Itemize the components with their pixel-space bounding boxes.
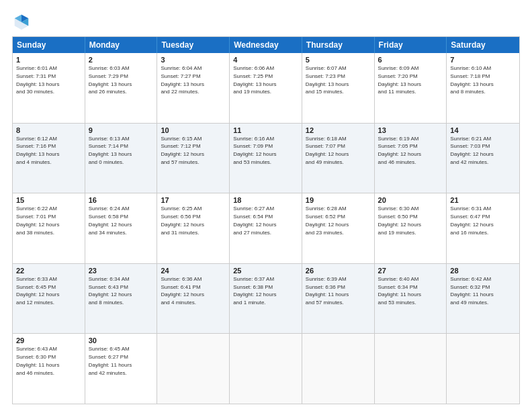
day-number: 26 [306,267,371,275]
day-number: 24 [161,267,226,275]
calendar: SundayMondayTuesdayWednesdayThursdayFrid… [12,36,520,404]
day-number: 15 [16,196,81,204]
cal-cell-empty [302,334,375,404]
cal-row-5: 29Sunrise: 6:43 AMSunset: 6:30 PMDayligh… [13,333,519,404]
day-number: 22 [16,267,81,275]
cal-row-4: 22Sunrise: 6:33 AMSunset: 6:45 PMDayligh… [13,263,519,334]
day-number: 1 [16,56,81,64]
cal-cell-day-2: 2Sunrise: 6:03 AMSunset: 7:29 PMDaylight… [85,53,158,123]
cal-cell-day-14: 14Sunrise: 6:21 AMSunset: 7:03 PMDayligh… [447,124,519,193]
cell-info: Sunrise: 6:07 AMSunset: 7:23 PMDaylight:… [306,65,349,95]
day-number: 3 [161,56,226,64]
cal-cell-day-23: 23Sunrise: 6:34 AMSunset: 6:43 PMDayligh… [85,264,158,334]
cal-cell-day-9: 9Sunrise: 6:13 AMSunset: 7:14 PMDaylight… [85,124,158,193]
cell-info: Sunrise: 6:34 AMSunset: 6:43 PMDaylight:… [89,276,132,306]
cal-cell-day-18: 18Sunrise: 6:27 AMSunset: 6:54 PMDayligh… [230,193,302,263]
day-number: 5 [306,56,371,64]
day-header-tuesday: Tuesday [157,37,230,53]
cal-row-2: 8Sunrise: 6:12 AMSunset: 7:16 PMDaylight… [13,123,519,193]
cell-info: Sunrise: 6:15 AMSunset: 7:12 PMDaylight:… [161,136,204,165]
cal-cell-day-5: 5Sunrise: 6:07 AMSunset: 7:23 PMDaylight… [302,53,375,123]
cell-info: Sunrise: 6:03 AMSunset: 7:29 PMDaylight:… [89,65,132,95]
cal-cell-day-27: 27Sunrise: 6:40 AMSunset: 6:34 PMDayligh… [375,264,447,334]
cal-cell-day-13: 13Sunrise: 6:19 AMSunset: 7:05 PMDayligh… [375,124,447,193]
cell-info: Sunrise: 6:16 AMSunset: 7:09 PMDaylight:… [233,136,276,165]
day-number: 13 [378,126,443,134]
cal-cell-empty [375,334,447,404]
cal-cell-day-11: 11Sunrise: 6:16 AMSunset: 7:09 PMDayligh… [230,124,302,193]
cell-info: Sunrise: 6:27 AMSunset: 6:54 PMDaylight:… [233,205,276,235]
cal-cell-day-25: 25Sunrise: 6:37 AMSunset: 6:38 PMDayligh… [230,264,302,334]
cell-info: Sunrise: 6:09 AMSunset: 7:20 PMDaylight:… [378,65,421,95]
cal-cell-day-19: 19Sunrise: 6:28 AMSunset: 6:52 PMDayligh… [302,193,375,263]
cell-info: Sunrise: 6:10 AMSunset: 7:18 PMDaylight:… [450,65,493,95]
day-number: 16 [89,196,154,204]
cal-cell-day-16: 16Sunrise: 6:24 AMSunset: 6:58 PMDayligh… [85,193,158,263]
cal-cell-empty [157,334,230,404]
logo-icon [12,12,31,31]
cell-info: Sunrise: 6:04 AMSunset: 7:27 PMDaylight:… [161,65,204,95]
cal-cell-day-12: 12Sunrise: 6:18 AMSunset: 7:07 PMDayligh… [302,124,375,193]
cal-cell-day-1: 1Sunrise: 6:01 AMSunset: 7:31 PMDaylight… [13,53,85,123]
cal-row-1: 1Sunrise: 6:01 AMSunset: 7:31 PMDaylight… [13,53,519,123]
day-number: 25 [233,267,298,275]
cell-info: Sunrise: 6:13 AMSunset: 7:14 PMDaylight:… [89,136,132,165]
cell-info: Sunrise: 6:42 AMSunset: 6:32 PMDaylight:… [450,276,493,306]
cal-row-3: 15Sunrise: 6:22 AMSunset: 7:01 PMDayligh… [13,193,519,263]
day-number: 28 [450,267,516,275]
cell-info: Sunrise: 6:37 AMSunset: 6:38 PMDaylight:… [233,276,276,306]
cell-info: Sunrise: 6:33 AMSunset: 6:45 PMDaylight:… [16,276,59,306]
cal-cell-empty [230,334,302,404]
cell-info: Sunrise: 6:45 AMSunset: 6:27 PMDaylight:… [89,346,132,375]
cal-cell-day-15: 15Sunrise: 6:22 AMSunset: 7:01 PMDayligh… [13,193,85,263]
page: SundayMondayTuesdayWednesdayThursdayFrid… [0,0,532,411]
cal-cell-day-8: 8Sunrise: 6:12 AMSunset: 7:16 PMDaylight… [13,124,85,193]
cell-info: Sunrise: 6:12 AMSunset: 7:16 PMDaylight:… [16,136,59,165]
cal-cell-empty [447,334,519,404]
cal-cell-day-3: 3Sunrise: 6:04 AMSunset: 7:27 PMDaylight… [157,53,230,123]
cal-cell-day-28: 28Sunrise: 6:42 AMSunset: 6:32 PMDayligh… [447,264,519,334]
cal-cell-day-17: 17Sunrise: 6:25 AMSunset: 6:56 PMDayligh… [157,193,230,263]
cal-cell-day-21: 21Sunrise: 6:31 AMSunset: 6:47 PMDayligh… [447,193,519,263]
cell-info: Sunrise: 6:01 AMSunset: 7:31 PMDaylight:… [16,65,59,95]
cell-info: Sunrise: 6:21 AMSunset: 7:03 PMDaylight:… [450,136,493,165]
day-header-friday: Friday [375,37,447,53]
day-number: 2 [89,56,154,64]
day-number: 8 [16,126,81,134]
cell-info: Sunrise: 6:25 AMSunset: 6:56 PMDaylight:… [161,205,204,235]
day-number: 23 [89,267,154,275]
cell-info: Sunrise: 6:06 AMSunset: 7:25 PMDaylight:… [233,65,276,95]
day-number: 29 [16,336,81,345]
cal-cell-day-24: 24Sunrise: 6:36 AMSunset: 6:41 PMDayligh… [157,264,230,334]
day-number: 14 [450,126,516,134]
day-number: 10 [161,126,226,134]
cell-info: Sunrise: 6:22 AMSunset: 7:01 PMDaylight:… [16,205,59,235]
day-number: 27 [378,267,443,275]
header [12,12,520,31]
day-header-thursday: Thursday [302,37,375,53]
cal-cell-day-6: 6Sunrise: 6:09 AMSunset: 7:20 PMDaylight… [375,53,447,123]
day-header-sunday: Sunday [13,37,85,53]
cell-info: Sunrise: 6:24 AMSunset: 6:58 PMDaylight:… [89,205,132,235]
day-number: 20 [378,196,443,204]
day-number: 12 [306,126,371,134]
cell-info: Sunrise: 6:40 AMSunset: 6:34 PMDaylight:… [378,276,421,306]
day-header-saturday: Saturday [447,37,519,53]
day-number: 6 [378,56,443,64]
logo [12,12,34,31]
day-number: 4 [233,56,298,64]
calendar-header: SundayMondayTuesdayWednesdayThursdayFrid… [13,37,519,53]
cal-cell-day-30: 30Sunrise: 6:45 AMSunset: 6:27 PMDayligh… [85,334,158,404]
cal-cell-day-7: 7Sunrise: 6:10 AMSunset: 7:18 PMDaylight… [447,53,519,123]
cal-cell-day-26: 26Sunrise: 6:39 AMSunset: 6:36 PMDayligh… [302,264,375,334]
day-header-monday: Monday [85,37,158,53]
cell-info: Sunrise: 6:39 AMSunset: 6:36 PMDaylight:… [306,276,349,306]
cell-info: Sunrise: 6:36 AMSunset: 6:41 PMDaylight:… [161,276,204,306]
cal-cell-day-29: 29Sunrise: 6:43 AMSunset: 6:30 PMDayligh… [13,334,85,404]
cal-cell-day-20: 20Sunrise: 6:30 AMSunset: 6:50 PMDayligh… [375,193,447,263]
day-number: 7 [450,56,516,64]
cal-cell-day-22: 22Sunrise: 6:33 AMSunset: 6:45 PMDayligh… [13,264,85,334]
cal-cell-day-10: 10Sunrise: 6:15 AMSunset: 7:12 PMDayligh… [157,124,230,193]
cell-info: Sunrise: 6:43 AMSunset: 6:30 PMDaylight:… [16,346,59,375]
cell-info: Sunrise: 6:28 AMSunset: 6:52 PMDaylight:… [306,205,349,235]
